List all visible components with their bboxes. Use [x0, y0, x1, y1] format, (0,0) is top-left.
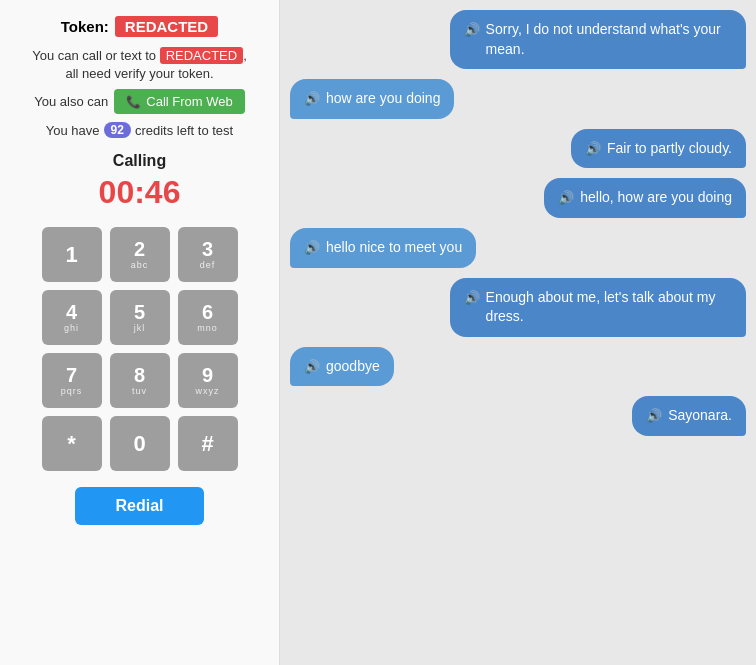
- info-line1: You can call or text to: [32, 48, 156, 63]
- speaker-icon: 🔊: [304, 358, 320, 376]
- info-line2: all need verify your token.: [65, 66, 213, 81]
- dial-key-star[interactable]: *: [42, 416, 102, 471]
- credits-suffix: credits left to test: [135, 123, 233, 138]
- dial-key-7[interactable]: 7pqrs: [42, 353, 102, 408]
- dial-key-0[interactable]: 0: [110, 416, 170, 471]
- chat-bubble-2: 🔊Fair to partly cloudy.: [571, 129, 746, 169]
- speaker-icon: 🔊: [464, 21, 480, 39]
- redial-button[interactable]: Redial: [75, 487, 203, 525]
- dial-key-9[interactable]: 9wxyz: [178, 353, 238, 408]
- chat-bubble-0: 🔊Sorry, I do not understand what's your …: [450, 10, 746, 69]
- bubble-text: Sorry, I do not understand what's your m…: [486, 20, 732, 59]
- credits-prefix: You have: [46, 123, 100, 138]
- also-can-label: You also can: [34, 94, 108, 109]
- speaker-icon: 🔊: [585, 140, 601, 158]
- call-timer: 00:46: [99, 174, 181, 211]
- chat-bubble-7: 🔊Sayonara.: [632, 396, 746, 436]
- chat-bubble-6: 🔊goodbye: [290, 347, 394, 387]
- chat-bubble-4: 🔊hello nice to meet you: [290, 228, 476, 268]
- bubble-text: Fair to partly cloudy.: [607, 139, 732, 159]
- chat-panel: 🔊Sorry, I do not understand what's your …: [280, 0, 756, 665]
- speaker-icon: 🔊: [304, 90, 320, 108]
- speaker-icon: 🔊: [464, 289, 480, 307]
- dial-key-4[interactable]: 4ghi: [42, 290, 102, 345]
- bubble-text: Sayonara.: [668, 406, 732, 426]
- call-from-web-label: Call From Web: [146, 94, 232, 109]
- bubble-text: hello, how are you doing: [580, 188, 732, 208]
- phone-icon: 📞: [126, 95, 141, 109]
- speaker-icon: 🔊: [304, 239, 320, 257]
- dial-key-hash[interactable]: #: [178, 416, 238, 471]
- speaker-icon: 🔊: [558, 189, 574, 207]
- info-text-1: You can call or text to REDACTED, all ne…: [32, 47, 247, 83]
- dial-key-5[interactable]: 5jkl: [110, 290, 170, 345]
- calling-label: Calling: [113, 152, 166, 170]
- bubble-text: Enough about me, let's talk about my dre…: [486, 288, 732, 327]
- phone-masked: REDACTED: [160, 47, 244, 64]
- token-label: Token:: [61, 18, 109, 35]
- chat-bubble-3: 🔊hello, how are you doing: [544, 178, 746, 218]
- bubble-text: hello nice to meet you: [326, 238, 462, 258]
- left-panel: Token: REDACTED You can call or text to …: [0, 0, 280, 665]
- bubble-text: goodbye: [326, 357, 380, 377]
- credits-row: You have 92 credits left to test: [46, 122, 233, 138]
- also-can-row: You also can 📞 Call From Web: [34, 89, 244, 114]
- dial-key-6[interactable]: 6mno: [178, 290, 238, 345]
- dial-key-2[interactable]: 2abc: [110, 227, 170, 282]
- credits-badge: 92: [104, 122, 131, 138]
- call-from-web-button[interactable]: 📞 Call From Web: [114, 89, 244, 114]
- token-value: REDACTED: [115, 16, 218, 37]
- chat-bubble-1: 🔊how are you doing: [290, 79, 454, 119]
- dialpad: 12abc3def4ghi5jkl6mno7pqrs8tuv9wxyz*0#: [42, 227, 238, 471]
- dial-key-3[interactable]: 3def: [178, 227, 238, 282]
- bubble-text: how are you doing: [326, 89, 440, 109]
- dial-key-8[interactable]: 8tuv: [110, 353, 170, 408]
- speaker-icon: 🔊: [646, 407, 662, 425]
- chat-bubble-5: 🔊Enough about me, let's talk about my dr…: [450, 278, 746, 337]
- dial-key-1[interactable]: 1: [42, 227, 102, 282]
- token-row: Token: REDACTED: [61, 16, 218, 37]
